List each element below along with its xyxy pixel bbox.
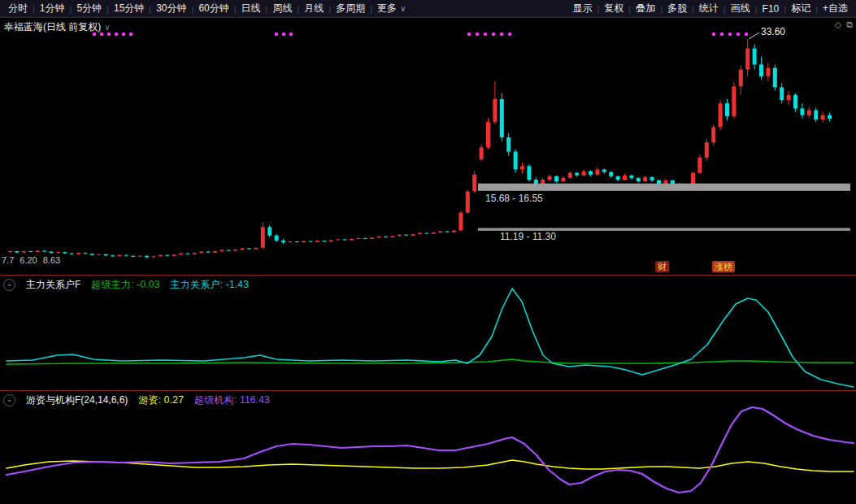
collapse-icon[interactable]: ⌄ [3, 394, 15, 406]
tag-finance[interactable]: 财 [655, 261, 669, 272]
period-menu: 分时|1分钟|5分钟|15分钟|30分钟|60分钟|日线|周线|月线|多周期|更… [3, 2, 406, 15]
price-band-label-upper: 15.68 - 16.55 [485, 193, 543, 204]
collapse-icon[interactable]: ⌄ [3, 279, 15, 291]
chevron-down-icon[interactable]: ∨ [104, 23, 110, 32]
menu-period-10[interactable]: 更多 [372, 2, 402, 15]
menu-period-7[interactable]: 周线 [267, 2, 297, 15]
split-window-icon[interactable]: ⧉ [846, 20, 853, 30]
menu-period-3[interactable]: 15分钟 [109, 2, 149, 15]
price-bands [478, 184, 850, 231]
candlestick-chart[interactable] [0, 18, 856, 275]
marker-dots [93, 33, 748, 36]
corner-value: 6.20 [20, 255, 37, 265]
price-band-label-lower: 11.19 - 11.30 [500, 231, 556, 242]
menu-period-2[interactable]: 5分钟 [72, 2, 106, 15]
indicator-panel-hot-money[interactable]: ⌄ 游资与机构F(24,14,6,6) 游资: 0.27 超级机构: 116.4… [0, 391, 856, 504]
menu-tool-1[interactable]: 复权 [599, 2, 628, 15]
main-force-relation-value: 主力关系户: -1.43 [171, 278, 249, 292]
menu-tool-3[interactable]: 多股 [663, 2, 692, 15]
menu-period-4[interactable]: 30分钟 [151, 2, 191, 15]
indicator-title-main-force[interactable]: 主力关系户F [26, 278, 80, 292]
menu-tool-2[interactable]: 叠加 [631, 2, 660, 15]
menu-period-6[interactable]: 日线 [237, 2, 266, 15]
hot-money-chart [0, 391, 856, 504]
menu-period-9[interactable]: 多周期 [331, 2, 370, 15]
super-institution-value: 超级机构: 116.43 [194, 393, 270, 407]
menu-tool-5[interactable]: 画线 [726, 2, 755, 15]
chevron-down-icon: ∨ [400, 4, 406, 13]
diamond-icon[interactable]: ◇ [835, 20, 841, 30]
hot-money-header: ⌄ 游资与机构F(24,14,6,6) 游资: 0.27 超级机构: 116.4… [3, 393, 270, 407]
corner-value: 8.63 [43, 255, 60, 265]
super-main-force-value: 超级主力: -0.03 [91, 278, 159, 292]
menu-period-8[interactable]: 月线 [299, 2, 328, 15]
menu-tool-7[interactable]: 标记 [786, 2, 815, 15]
indicator-panel-main-force[interactable]: ⌄ 主力关系户F 超级主力: -0.03 主力关系户: -1.43 [0, 276, 856, 390]
chart-title[interactable]: 幸福蓝海(日线 前复权) [4, 21, 101, 33]
tag-gainers[interactable]: 涨榜 [712, 261, 735, 272]
trading-app: 分时|1分钟|5分钟|15分钟|30分钟|60分钟|日线|周线|月线|多周期|更… [0, 0, 856, 504]
menu-period-0[interactable]: 分时 [3, 2, 33, 15]
menu-tool-0[interactable]: 显示 [567, 2, 597, 15]
line-super-institution [7, 407, 854, 493]
menu-tool-6[interactable]: F10 [758, 3, 784, 15]
corner-value: 7.7 [2, 255, 14, 265]
hot-money-value: 游资: 0.27 [138, 393, 184, 407]
menu-period-5[interactable]: 60分钟 [193, 2, 233, 15]
candlesticks [8, 39, 832, 258]
indicator-title-hot-money[interactable]: 游资与机构F(24,14,6,6) [26, 393, 128, 407]
main-force-header: ⌄ 主力关系户F 超级主力: -0.03 主力关系户: -1.43 [3, 278, 249, 292]
main-force-chart [0, 276, 856, 390]
line-main-force-relation [7, 289, 854, 387]
price-corner-values: 7.7 6.20 8.63 [2, 255, 60, 265]
menu-period-1[interactable]: 1分钟 [35, 2, 70, 15]
menu-tool-4[interactable]: 统计 [694, 2, 723, 15]
peak-price-label: 33.60 [761, 26, 785, 37]
peak-pointer-line [749, 33, 759, 39]
tools-menu: 显示|复权|叠加|多股|统计|画线|F10|标记|+自选 [567, 2, 853, 15]
menubar: 分时|1分钟|5分钟|15分钟|30分钟|60分钟|日线|周线|月线|多周期|更… [0, 0, 856, 18]
main-chart-panel[interactable]: 幸福蓝海(日线 前复权)∨ ◇ ⧉ 33.60 15.68 - 16.55 11… [0, 18, 856, 275]
menu-tool-8[interactable]: +自选 [818, 2, 853, 15]
